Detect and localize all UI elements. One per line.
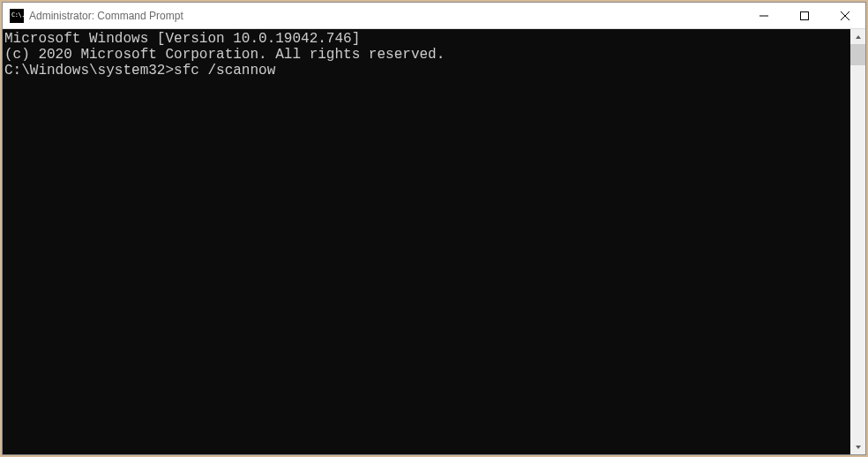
window-title: Administrator: Command Prompt xyxy=(29,10,744,22)
titlebar[interactable]: C:\. Administrator: Command Prompt xyxy=(3,3,865,29)
scrollbar-down-button[interactable] xyxy=(850,439,865,454)
scrollbar-up-button[interactable] xyxy=(850,29,865,44)
close-icon xyxy=(841,11,849,20)
window-controls xyxy=(744,3,865,28)
terminal-output[interactable]: Microsoft Windows [Version 10.0.19042.74… xyxy=(3,29,850,454)
command-prompt-window: C:\. Administrator: Command Prompt M xyxy=(2,2,866,455)
chevron-down-icon xyxy=(855,444,862,451)
svg-rect-1 xyxy=(801,11,809,19)
terminal-line: (c) 2020 Microsoft Corporation. All righ… xyxy=(4,47,850,63)
scrollbar-track[interactable] xyxy=(850,44,865,439)
terminal-line: C:\Windows\system32>sfc /scannow xyxy=(4,63,850,79)
cmd-icon: C:\. xyxy=(10,9,24,23)
minimize-icon xyxy=(760,11,768,20)
terminal-line: Microsoft Windows [Version 10.0.19042.74… xyxy=(4,31,850,47)
close-button[interactable] xyxy=(825,3,865,28)
chevron-up-icon xyxy=(855,34,862,41)
scrollbar-thumb[interactable] xyxy=(850,44,865,65)
terminal-container: Microsoft Windows [Version 10.0.19042.74… xyxy=(3,29,865,454)
maximize-icon xyxy=(800,11,809,20)
minimize-button[interactable] xyxy=(744,3,784,28)
vertical-scrollbar[interactable] xyxy=(850,29,865,454)
maximize-button[interactable] xyxy=(784,3,825,28)
